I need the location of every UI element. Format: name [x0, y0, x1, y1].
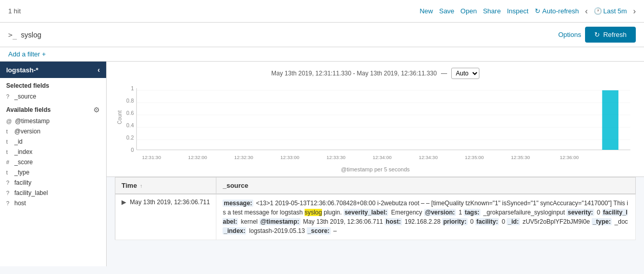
save-button[interactable]: Save	[439, 7, 454, 15]
facility-label2: facility:	[475, 218, 499, 225]
search-bar: >_ Options ↻ Refresh	[0, 23, 644, 47]
time-value: May 13th 2019, 12:36:06.711	[130, 199, 210, 206]
message-label: message:	[223, 200, 253, 207]
time-sort-icon[interactable]: ↑	[140, 183, 143, 189]
field-name-timestamp: @timestamp	[15, 118, 50, 125]
search-input[interactable]	[21, 31, 554, 39]
field-type-facility: ?	[6, 180, 11, 186]
refresh-icon: ↻	[594, 31, 600, 38]
score-label: _score:	[307, 227, 331, 234]
field-name-facility-label: facility_label	[14, 189, 48, 197]
auto-refresh-button[interactable]: ↻ Auto-refresh	[535, 7, 579, 15]
field-name-type: _type	[14, 169, 29, 176]
new-button[interactable]: New	[419, 7, 433, 15]
field-timestamp[interactable]: @ @timestamp	[0, 116, 106, 126]
content-area: May 13th 2019, 12:31:11.330 - May 13th 2…	[107, 62, 644, 266]
chart-separator: —	[441, 70, 447, 77]
chart-section: May 13th 2019, 12:31:11.330 - May 13th 2…	[107, 62, 644, 177]
svg-text:12:36:00: 12:36:00	[560, 155, 579, 160]
chart-header: May 13th 2019, 12:31:11.330 - May 13th 2…	[115, 68, 636, 79]
open-button[interactable]: Open	[460, 7, 477, 15]
svg-text:1: 1	[131, 86, 134, 91]
field-type-type: t	[6, 169, 11, 175]
type-label: _type:	[592, 218, 612, 225]
severity-label: severity:	[567, 209, 594, 216]
svg-text:12:32:30: 12:32:30	[234, 155, 253, 160]
svg-text:Count: Count	[116, 110, 122, 124]
top-nav: 1 hit New Save Open Share Inspect ↻ Auto…	[0, 0, 644, 23]
field-index[interactable]: t _index	[0, 147, 106, 157]
index-label: _index:	[223, 227, 246, 234]
svg-text:0.2: 0.2	[126, 135, 134, 141]
hits-count: 1 hit	[8, 7, 21, 15]
severity-label-label: severity_label:	[344, 209, 388, 216]
svg-text:0.4: 0.4	[126, 123, 134, 128]
version-label: @version:	[424, 209, 456, 216]
share-button[interactable]: Share	[483, 7, 501, 15]
chart-container: 1 0.8 0.6 0.4 0.2 0 Count 12:31:30 12:32…	[115, 83, 636, 165]
selected-fields-title: Selected fields	[0, 78, 106, 91]
field-type-id: t	[6, 139, 11, 145]
refresh-button[interactable]: ↻ Refresh	[585, 27, 636, 43]
refresh-cycle-icon: ↻	[535, 7, 540, 15]
filter-bar: Add a filter +	[0, 47, 644, 62]
chart-time-range: May 13th 2019, 12:31:11.330 - May 13th 2…	[271, 70, 437, 77]
results-table: Time ↑ _source ▶ May 13th 2019, 12:36:06…	[115, 177, 636, 240]
hits-text: 1 hit	[8, 7, 21, 15]
chart-x-label: @timestamp per 5 seconds	[115, 166, 636, 172]
field-name-source: _source	[14, 93, 36, 100]
highlight-syslog: syslog	[305, 209, 322, 216]
field-name-score: _score	[14, 159, 33, 166]
priority-label: priority:	[442, 218, 467, 225]
field-type-row[interactable]: t _type	[0, 167, 106, 178]
search-prompt-icon: >_	[8, 31, 17, 39]
svg-text:0.8: 0.8	[126, 98, 134, 104]
field-facility[interactable]: ? facility	[0, 178, 106, 188]
main-layout: logstash-* ‹ Selected fields ? _source A…	[0, 62, 644, 266]
svg-text:12:34:30: 12:34:30	[419, 155, 438, 160]
source-cell: message: <13>1 2019-05-13T12:36:06.70842…	[216, 194, 636, 240]
field-version[interactable]: t @version	[0, 126, 106, 136]
field-id[interactable]: t _id	[0, 136, 106, 147]
nav-actions: New Save Open Share Inspect ↻ Auto-refre…	[419, 7, 636, 16]
available-fields-header: Available fields ⚙	[0, 102, 106, 116]
field-type-host: ?	[6, 200, 11, 206]
prev-time-arrow[interactable]: ‹	[585, 7, 588, 16]
expand-row-arrow[interactable]: ▶	[122, 199, 126, 206]
svg-text:0.6: 0.6	[126, 110, 134, 116]
svg-text:12:31:30: 12:31:30	[142, 155, 161, 160]
field-name-index: _index	[14, 148, 32, 155]
sidebar: logstash-* ‹ Selected fields ? _source A…	[0, 62, 107, 266]
field-score[interactable]: # _score	[0, 157, 106, 167]
clock-icon: 🕐	[594, 7, 602, 15]
field-name-id: _id	[14, 138, 23, 145]
next-time-arrow[interactable]: ›	[633, 7, 636, 16]
inspect-button[interactable]: Inspect	[507, 7, 529, 15]
table-row: ▶ May 13th 2019, 12:36:06.711 message: <…	[115, 194, 636, 240]
svg-rect-24	[602, 90, 618, 150]
time-cell: ▶ May 13th 2019, 12:36:06.711	[115, 194, 216, 240]
time-column-header[interactable]: Time ↑	[115, 178, 216, 194]
id-label: _id:	[507, 218, 519, 225]
selected-field-source[interactable]: ? _source	[0, 91, 106, 102]
field-type-index: t	[6, 149, 11, 155]
histogram-chart: 1 0.8 0.6 0.4 0.2 0 Count 12:31:30 12:32…	[115, 83, 636, 165]
time-range-button[interactable]: 🕐 Last 5m	[594, 7, 627, 15]
field-type-timestamp: @	[6, 118, 12, 124]
results-section: Time ↑ _source ▶ May 13th 2019, 12:36:06…	[107, 177, 644, 248]
field-facility-label[interactable]: ? facility_label	[0, 188, 106, 198]
collapse-sidebar-arrow[interactable]: ‹	[97, 66, 100, 74]
field-name-host: host	[14, 200, 26, 207]
host-label: host:	[385, 218, 401, 225]
chart-interval-select[interactable]: Auto 5s 10s 30s 1m	[451, 68, 479, 79]
options-button[interactable]: Options	[558, 31, 581, 38]
svg-text:12:32:00: 12:32:00	[188, 155, 207, 160]
svg-text:0: 0	[131, 147, 134, 153]
svg-text:12:35:30: 12:35:30	[511, 155, 530, 160]
field-type-source: ?	[6, 93, 11, 100]
add-filter-button[interactable]: Add a filter +	[8, 50, 46, 58]
field-name-facility: facility	[14, 179, 31, 186]
field-host[interactable]: ? host	[0, 198, 106, 208]
index-pattern[interactable]: logstash-* ‹	[0, 62, 106, 78]
available-fields-gear-icon[interactable]: ⚙	[93, 106, 100, 114]
